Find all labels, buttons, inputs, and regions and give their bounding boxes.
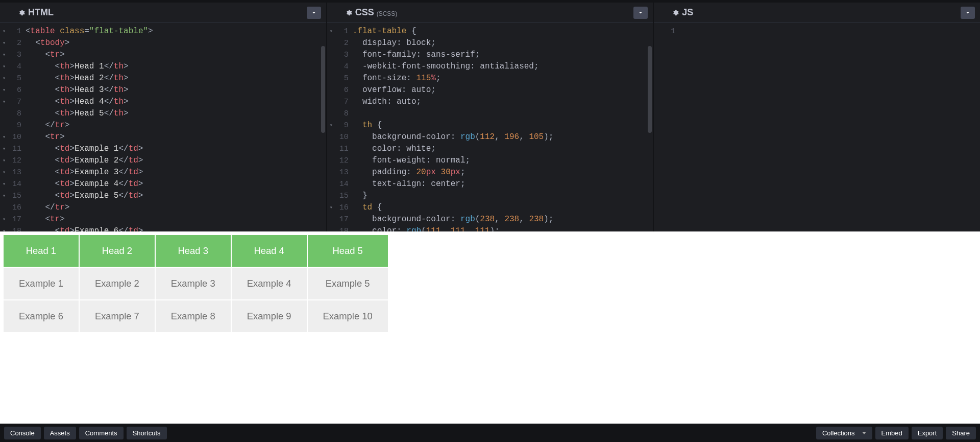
code-line[interactable]: -webkit-font-smoothing: antialiased; bbox=[353, 61, 653, 73]
line-number: 16 bbox=[0, 202, 21, 214]
table-cell: Example 9 bbox=[232, 300, 307, 332]
line-number: 9 bbox=[0, 120, 21, 131]
line-number: 8 bbox=[0, 108, 21, 120]
chevron-down-icon bbox=[311, 10, 317, 16]
fold-arrow-icon[interactable]: ▾ bbox=[3, 37, 6, 49]
code-line[interactable]: <tr> bbox=[26, 214, 326, 225]
code-line[interactable]: overflow: auto; bbox=[353, 84, 653, 96]
js-panel-dropdown[interactable] bbox=[961, 7, 975, 19]
code-line[interactable]: <td>Example 4</td> bbox=[26, 178, 326, 190]
fold-arrow-icon[interactable]: ▾ bbox=[3, 143, 6, 155]
table-row: Example 1Example 2Example 3Example 4Exam… bbox=[4, 268, 388, 299]
code-line[interactable]: padding: 20px 30px; bbox=[353, 167, 653, 178]
code-line[interactable]: <th>Head 5</th> bbox=[26, 108, 326, 120]
fold-arrow-icon[interactable]: ▾ bbox=[3, 178, 6, 190]
code-line[interactable]: <th>Head 3</th> bbox=[26, 84, 326, 96]
code-line[interactable] bbox=[679, 26, 980, 37]
line-number: 7▾ bbox=[0, 96, 21, 108]
code-line[interactable]: font-size: 115%; bbox=[353, 73, 653, 84]
code-line[interactable]: <tr> bbox=[26, 49, 326, 61]
code-line[interactable]: font-weight: normal; bbox=[353, 155, 653, 167]
code-line[interactable]: </tr> bbox=[26, 202, 326, 214]
code-line[interactable]: <td>Example 2</td> bbox=[26, 155, 326, 167]
assets-button[interactable]: Assets bbox=[44, 427, 76, 439]
code-line[interactable]: .flat-table { bbox=[353, 26, 653, 37]
code-line[interactable]: <tr> bbox=[26, 131, 326, 143]
html-editor[interactable]: 1▾2▾3▾4▾5▾6▾7▾8910▾11▾12▾13▾14▾15▾1617▾1… bbox=[0, 23, 326, 231]
gear-icon[interactable] bbox=[345, 9, 352, 16]
fold-arrow-icon[interactable]: ▾ bbox=[3, 26, 6, 37]
embed-button[interactable]: Embed bbox=[875, 427, 909, 439]
console-button[interactable]: Console bbox=[4, 427, 41, 439]
fold-arrow-icon[interactable]: ▾ bbox=[3, 73, 6, 84]
code-line[interactable] bbox=[353, 108, 653, 120]
footer-bar: ConsoleAssetsCommentsShortcuts Collectio… bbox=[0, 424, 980, 442]
fold-arrow-icon[interactable]: ▾ bbox=[330, 120, 333, 131]
code-line[interactable]: <td>Example 6</td> bbox=[26, 225, 326, 231]
comments-button[interactable]: Comments bbox=[79, 427, 124, 439]
css-panel-dropdown[interactable] bbox=[633, 7, 648, 19]
line-number: 7 bbox=[327, 96, 349, 108]
code-line[interactable]: <th>Head 1</th> bbox=[26, 61, 326, 73]
code-line[interactable]: text-align: center; bbox=[353, 178, 653, 190]
line-number: 16▾ bbox=[327, 202, 349, 214]
code-line[interactable]: color: rgb(111, 111, 111); bbox=[353, 225, 653, 231]
line-number: 18 bbox=[327, 225, 349, 231]
fold-arrow-icon[interactable]: ▾ bbox=[3, 61, 6, 73]
code-line[interactable]: } bbox=[353, 190, 653, 202]
fold-arrow-icon[interactable]: ▾ bbox=[330, 26, 333, 37]
code-line[interactable]: <table class="flat-table"> bbox=[26, 26, 326, 37]
table-cell: Example 10 bbox=[308, 300, 388, 332]
gear-icon[interactable] bbox=[18, 9, 25, 16]
code-line[interactable]: th { bbox=[353, 120, 653, 131]
scrollbar-thumb[interactable] bbox=[321, 46, 325, 133]
code-line[interactable]: width: auto; bbox=[353, 96, 653, 108]
line-number: 5▾ bbox=[0, 73, 21, 84]
fold-arrow-icon[interactable]: ▾ bbox=[330, 202, 333, 214]
table-cell: Example 3 bbox=[156, 268, 231, 299]
line-number: 1▾ bbox=[327, 26, 349, 37]
code-line[interactable]: <td>Example 3</td> bbox=[26, 167, 326, 178]
fold-arrow-icon[interactable]: ▾ bbox=[3, 49, 6, 61]
css-panel-title: CSS bbox=[355, 7, 374, 18]
line-number: 17 bbox=[327, 214, 349, 225]
code-line[interactable]: <tbody> bbox=[26, 37, 326, 49]
fold-arrow-icon[interactable]: ▾ bbox=[3, 167, 6, 178]
line-number: 4▾ bbox=[0, 61, 21, 73]
table-header-cell: Head 2 bbox=[80, 235, 155, 267]
table-cell: Example 8 bbox=[156, 300, 231, 332]
gear-icon[interactable] bbox=[672, 9, 679, 16]
css-panel: CSS (SCSS) 1▾23456789▾10111213141516▾171… bbox=[327, 3, 653, 231]
export-button[interactable]: Export bbox=[912, 427, 943, 439]
line-number: 18▾ bbox=[0, 225, 21, 231]
code-line[interactable]: </tr> bbox=[26, 120, 326, 131]
js-editor[interactable]: 1 bbox=[654, 23, 980, 231]
css-editor[interactable]: 1▾23456789▾10111213141516▾1718 .flat-tab… bbox=[327, 23, 653, 231]
code-line[interactable]: background-color: rgb(238, 238, 238); bbox=[353, 214, 653, 225]
collections-button[interactable]: Collections bbox=[816, 427, 872, 439]
code-line[interactable]: td { bbox=[353, 202, 653, 214]
fold-arrow-icon[interactable]: ▾ bbox=[3, 225, 6, 231]
line-number: 11▾ bbox=[0, 143, 21, 155]
fold-arrow-icon[interactable]: ▾ bbox=[3, 214, 6, 225]
code-line[interactable]: color: white; bbox=[353, 143, 653, 155]
fold-arrow-icon[interactable]: ▾ bbox=[3, 131, 6, 143]
fold-arrow-icon[interactable]: ▾ bbox=[3, 190, 6, 202]
code-line[interactable]: <td>Example 5</td> bbox=[26, 190, 326, 202]
chevron-down-icon bbox=[965, 10, 971, 16]
code-line[interactable]: <th>Head 2</th> bbox=[26, 73, 326, 84]
code-line[interactable]: background-color: rgb(112, 196, 105); bbox=[353, 131, 653, 143]
code-line[interactable]: font-family: sans-serif; bbox=[353, 49, 653, 61]
fold-arrow-icon[interactable]: ▾ bbox=[3, 84, 6, 96]
html-panel-dropdown[interactable] bbox=[307, 7, 321, 19]
scrollbar-thumb[interactable] bbox=[648, 46, 652, 133]
code-line[interactable]: <th>Head 4</th> bbox=[26, 96, 326, 108]
shortcuts-button[interactable]: Shortcuts bbox=[127, 427, 167, 439]
preview-pane: Head 1Head 2Head 3Head 4Head 5Example 1E… bbox=[0, 231, 980, 424]
code-line[interactable]: display: block; bbox=[353, 37, 653, 49]
code-line[interactable]: <td>Example 1</td> bbox=[26, 143, 326, 155]
line-number: 2▾ bbox=[0, 37, 21, 49]
fold-arrow-icon[interactable]: ▾ bbox=[3, 155, 6, 167]
fold-arrow-icon[interactable]: ▾ bbox=[3, 96, 6, 108]
share-button[interactable]: Share bbox=[946, 427, 976, 439]
